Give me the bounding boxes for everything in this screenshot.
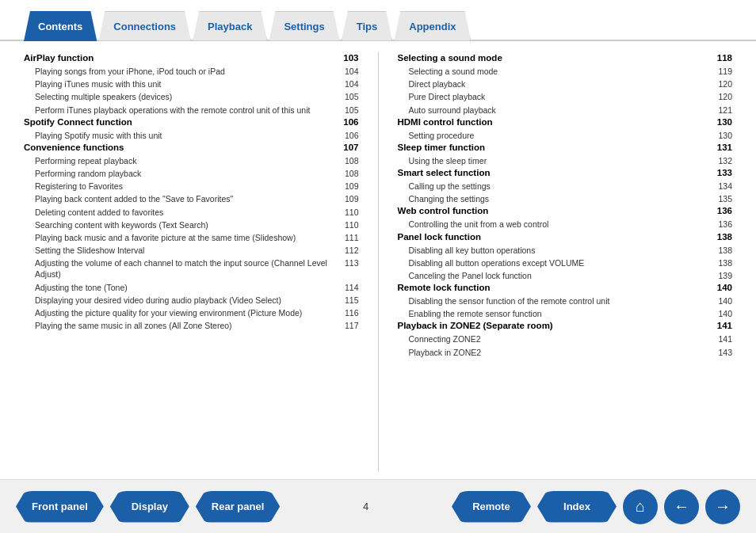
toc-item-page: 115 [335, 295, 359, 306]
toc-item: Disabling all button operations except V… [398, 257, 733, 269]
toc-item-text: Playing iTunes music with this unit [35, 78, 335, 89]
toc-item-page: 138 [708, 257, 732, 268]
toc-item-page: 111 [335, 232, 359, 243]
toc-item-text: Connecting ZONE2 [409, 333, 709, 345]
toc-item: Auto surround playback121 [398, 104, 733, 116]
toc-item-text: Adjusting the picture quality for your v… [35, 307, 335, 318]
toc-item-page: 113 [335, 257, 359, 280]
rear-panel-button[interactable]: Rear panel [196, 491, 280, 523]
toc-item: Selecting a sound mode119 [398, 65, 733, 78]
front-panel-button[interactable]: Front panel [16, 491, 104, 523]
toc-header-page: 118 [717, 53, 732, 63]
toc-item: Disabling the sensor function of the rem… [398, 295, 733, 307]
toc-item: Deleting content added to favorites110 [24, 206, 359, 219]
toc-item-page: 132 [708, 155, 732, 166]
toc-item-text: Enabling the remote sensor function [409, 308, 709, 319]
tab-connections[interactable]: Connections [98, 11, 191, 41]
remote-button[interactable]: Remote [452, 491, 531, 523]
toc-item: Searching content with keywords (Text Se… [24, 219, 359, 231]
toc-item: Adjusting the picture quality for your v… [24, 306, 359, 319]
toc-header: HDMI control function130 [398, 116, 733, 128]
toc-item-page: 109 [335, 181, 359, 192]
toc-item: Playing back content added to the "Save … [24, 192, 359, 205]
toc-header-text: Spotify Connect function [24, 117, 132, 127]
toc-header-text: Convenience functions [24, 143, 124, 152]
toc-item-page: 104 [335, 78, 359, 89]
toc-item: Setting procedure130 [398, 129, 733, 142]
toc-header: Web control function136 [398, 205, 733, 216]
toc-item-text: Registering to Favorites [35, 181, 335, 192]
toc-header-page: 141 [717, 321, 732, 330]
toc-item-page: 117 [335, 320, 359, 331]
toc-item-text: Changing the settings [409, 193, 709, 204]
toc-item-text: Pure Direct playback [409, 91, 709, 102]
tab-contents[interactable]: Contents [24, 11, 97, 41]
back-button[interactable]: ← [664, 489, 699, 524]
toc-item: Pure Direct playback120 [398, 90, 733, 103]
toc-item-page: 106 [335, 130, 359, 141]
toc-item-page: 140 [708, 308, 732, 319]
toc-item-text: Searching content with keywords (Text Se… [35, 219, 335, 230]
toc-header: Sleep timer function131 [398, 142, 733, 153]
toc-header-page: 140 [717, 283, 732, 292]
toc-item: Controlling the unit from a web control1… [398, 218, 733, 230]
bottom-center: 4 [280, 501, 452, 512]
toc-item-page: 112 [335, 245, 359, 256]
toc-header-text: Playback in ZONE2 (Separate room) [398, 321, 553, 330]
toc-item-text: Playing back content added to the "Save … [35, 193, 335, 204]
toc-item-text: Playback in ZONE2 [409, 347, 709, 358]
toc-item: Connecting ZONE2141 [398, 333, 733, 345]
toc-item: Playback in ZONE2143 [398, 346, 733, 359]
bottom-nav-right: Remote Index ⌂ ← → [452, 489, 740, 524]
toc-item: Playing Spotify music with this unit106 [24, 129, 359, 142]
toc-header: Playback in ZONE2 (Separate room)141 [398, 320, 733, 331]
tab-appendix[interactable]: Appendix [394, 11, 471, 41]
bottom-nav-left: Front panel Display Rear panel [16, 491, 280, 523]
toc-item-text: Performing repeat playback [35, 155, 335, 166]
toc-item-text: Adjusting the tone (Tone) [35, 282, 335, 293]
forward-button[interactable]: → [705, 489, 740, 524]
toc-item-text: Disabling the sensor function of the rem… [409, 295, 709, 306]
toc-item: Adjusting the volume of each channel to … [24, 257, 359, 280]
column-divider [378, 52, 379, 471]
tab-playback[interactable]: Playback [193, 11, 267, 41]
toc-item-text: Setting the Slideshow Interval [35, 245, 335, 256]
toc-item-text: Controlling the unit from a web control [409, 219, 709, 230]
toc-header-page: 130 [717, 117, 732, 127]
index-button[interactable]: Index [537, 491, 617, 523]
toc-header-page: 138 [717, 232, 732, 242]
tab-settings[interactable]: Settings [269, 11, 339, 41]
back-icon: ← [674, 497, 689, 516]
toc-item: Performing random playback108 [24, 167, 359, 180]
toc-item-page: 135 [708, 193, 732, 204]
toc-item-page: 143 [708, 347, 732, 358]
toc-item: Direct playback120 [398, 78, 733, 90]
toc-header-page: 106 [343, 117, 358, 127]
toc-item-page: 105 [335, 91, 359, 102]
toc-item: Adjusting the tone (Tone)114 [24, 281, 359, 294]
display-button[interactable]: Display [110, 491, 189, 523]
toc-item-text: Playing songs from your iPhone, iPod tou… [35, 66, 335, 77]
toc-item-text: Canceling the Panel lock function [409, 270, 709, 281]
toc-item-page: 121 [708, 105, 732, 116]
toc-item-text: Playing the same music in all zones (All… [35, 320, 335, 331]
toc-item-text: Perform iTunes playback operations with … [35, 105, 335, 116]
toc-header: Panel lock function138 [398, 231, 733, 242]
toc-item-text: Selecting a sound mode [409, 66, 709, 77]
toc-item-text: Playing back music and a favorite pictur… [35, 232, 335, 243]
forward-icon: → [715, 497, 731, 516]
toc-header-text: AirPlay function [24, 53, 94, 63]
toc-item-text: Calling up the settings [409, 181, 709, 192]
tab-tips[interactable]: Tips [342, 11, 393, 41]
toc-item: Playing iTunes music with this unit104 [24, 78, 359, 90]
toc-item-text: Using the sleep timer [409, 155, 709, 166]
toc-header-page: 131 [717, 143, 732, 152]
toc-item-text: Displaying your desired video during aud… [35, 295, 335, 306]
toc-header: AirPlay function103 [24, 52, 359, 63]
toc-item-page: 110 [335, 207, 359, 218]
toc-header-text: Web control function [398, 206, 489, 215]
toc-item-page: 138 [708, 245, 732, 256]
toc-header: Spotify Connect function106 [24, 116, 359, 128]
home-button[interactable]: ⌂ [623, 489, 658, 524]
toc-header: Convenience functions107 [24, 142, 359, 153]
